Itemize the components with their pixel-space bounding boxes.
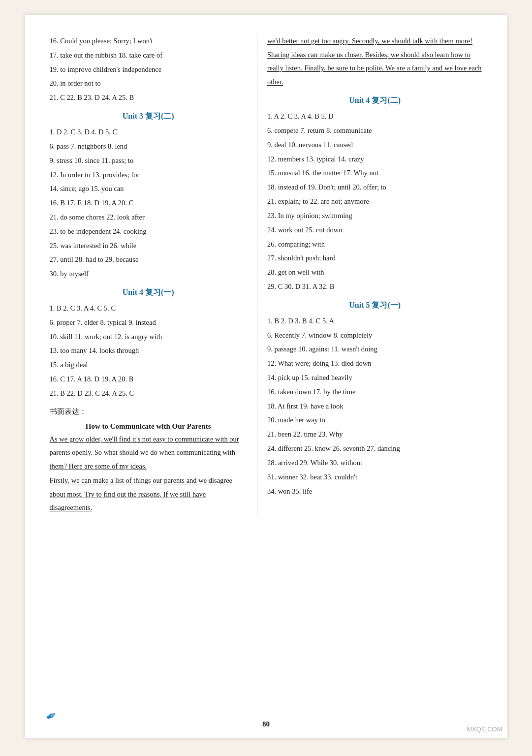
list-item: 12. What were; doing 13. died down [267,357,483,370]
list-item: 27. until 28. had to 29. because [50,253,247,266]
list-item: 19. to improve children's independence [50,63,247,76]
list-item: 23. In my opinion; swimming [267,209,483,222]
list-item: 20. in order not to [50,77,247,90]
section1-items: 1. D 2. C 3. D 4. D 5. C 6. pass 7. neig… [50,126,247,281]
list-item: 26. comparing; with [267,238,483,251]
list-item: 1. A 2. C 3. A 4. B 5. D [267,110,483,123]
right-column: we'd better not get too angry. Secondly,… [257,34,483,516]
list-item: 14. pick up 15. rained heavily [267,371,483,384]
list-item: 21. B 22. D 23. C 24. A 25. C [50,387,247,400]
list-item: 21. been 22. time 23. Why [267,428,483,441]
list-item: 29. C 30. D 31. A 32. B [267,280,483,293]
list-item: 18. At first 19. have a look [267,400,483,413]
writing-section: 书面表达： [50,405,247,418]
list-item: 1. B 2. D 3. B 4. C 5. A [267,315,483,328]
list-item: 28. arrived 29. While 30. without [267,456,483,470]
section1-title: Unit 3 复习(二) [50,111,247,122]
list-item: 6. proper 7. elder 8. typical 9. instead [50,316,247,329]
section3-items: 1. A 2. C 3. A 4. B 5. D 6. compete 7. r… [267,110,483,293]
list-item: 1. D 2. C 3. D 4. D 5. C [50,126,247,139]
list-item: 16. taken down 17. by the time [267,385,483,399]
list-item: 24. different 25. know 26. seventh 27. d… [267,442,483,455]
list-item: 30. by myself [50,267,247,281]
list-item: 17. take out the rubbish 18. take care o… [50,49,247,62]
list-item: 9. stress 10. since 11. pass; to [50,154,247,167]
watermark-text: MXQE.COM [467,725,502,733]
writing-label: 书面表达： [50,405,247,418]
section2-items: 1. B 2. C 3. A 4. C 5. C 6. proper 7. el… [50,302,247,400]
list-item: 34. won 35. life [267,485,483,498]
list-item: 21. do some chores 22. look after [50,211,247,224]
list-item: 28. get on well with [267,266,483,279]
list-item: 6. Recently 7. window 8. completely [267,329,483,342]
list-item: 12. members 13. typical 14. crazy [267,153,483,166]
list-item: 9. passage 10. against 11. wasn't doing [267,343,483,356]
list-item: 13. too many 14. looks through [50,344,247,357]
pen-icon: ✒ [42,706,60,726]
list-item: 10. skill 11. work; out 12. is angry wit… [50,330,247,344]
list-item: 23. to be independent 24. cooking [50,225,247,238]
list-item: 25. was interested in 26. while [50,239,247,252]
watermark-br: MXQE.COM [467,725,502,733]
list-item: 24. work out 25. cut down [267,223,483,237]
essay-continuation-text: we'd better not get too angry. Secondly,… [267,34,483,89]
list-item: 27. shouldn't push; hard [267,252,483,265]
list-item: 12. In order to 13. provides; for [50,168,247,182]
list-item: 16. C 17. A 18. D 19. A 20. B [50,373,247,386]
list-item: 6. compete 7. return 8. communicate [267,124,483,137]
section4-title: Unit 5 复习(一) [267,300,483,311]
list-item: 16. B 17. E 18. D 19. A 20. C [50,196,247,210]
essay-paragraphs: As we grow older, we'll find it's not ea… [50,433,247,515]
list-item: 6. pass 7. neighbors 8. lend [50,140,247,153]
section4-items: 1. B 2. D 3. B 4. C 5. A 6. Recently 7. … [267,315,483,498]
essay-title: How to Communicate with Our Parents [50,422,247,431]
list-item: 15. a big deal [50,358,247,372]
section3-title: Unit 4 复习(二) [267,95,483,106]
list-item: 9. deal 10. nervous 11. caused [267,138,483,152]
list-item: 14. since; ago 15. you can [50,182,247,195]
list-item: 31. winner 32. beat 33. couldn't [267,471,483,484]
list-item: 1. B 2. C 3. A 4. C 5. C [50,302,247,315]
page-number: 80 [262,720,270,728]
section2-title: Unit 4 复习(一) [50,287,247,298]
list-item: 18. instead of 19. Don't; until 20. offe… [267,181,483,194]
essay-continuation: we'd better not get too angry. Secondly,… [267,34,483,89]
intro-items: 16. Could you please; Sorry; I won't 17.… [50,34,247,104]
left-column: 16. Could you please; Sorry; I won't 17.… [50,34,257,516]
list-item: 21. explain; to 22. are not; anymore [267,195,483,208]
essay-para-1: As we grow older, we'll find it's not ea… [50,433,247,473]
essay-para-2: Firstly, we can make a list of things ou… [50,474,247,515]
list-item: 16. Could you please; Sorry; I won't [50,34,247,48]
list-item: 21. C 22. B 23. D 24. A 25. B [50,91,247,104]
list-item: 20. made her way to [267,413,483,427]
page: 16. Could you please; Sorry; I won't 17.… [25,15,507,738]
list-item: 15. unusual 16. the matter 17. Why not [267,166,483,180]
